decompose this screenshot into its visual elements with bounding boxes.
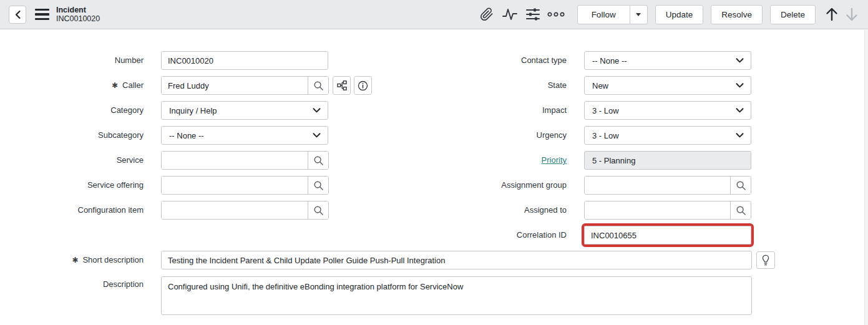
contact-type-select[interactable]: -- None --: [584, 51, 751, 70]
resolve-button[interactable]: Resolve: [711, 5, 763, 24]
assignment-group-input[interactable]: [585, 177, 730, 194]
incident-form-body: Number ✱Caller Category: [0, 30, 868, 325]
caret-down-icon: [636, 13, 641, 16]
follow-button[interactable]: Follow: [577, 5, 630, 24]
assigned-to-input[interactable]: [585, 201, 730, 219]
info-icon: [358, 80, 368, 91]
record-title: Incident INC0010020: [56, 6, 100, 24]
configuration-item-label: Configuration item: [0, 201, 144, 220]
urgency-select[interactable]: 3 - Low: [584, 126, 751, 145]
caller-hierarchy-button[interactable]: [333, 76, 351, 95]
chevron-left-icon: [14, 10, 21, 19]
priority-value: 5 - Planning: [592, 156, 635, 165]
chevron-down-icon: [736, 133, 744, 138]
correlation-id-input[interactable]: [584, 226, 751, 245]
description-textarea[interactable]: Configured using Unifi, the definitive e…: [161, 276, 752, 315]
follow-dropdown-button[interactable]: [630, 5, 648, 24]
service-offering-label: Service offering: [0, 176, 144, 195]
search-icon: [313, 205, 324, 216]
category-select[interactable]: Inquiry / Help: [161, 101, 328, 120]
urgency-value: 3 - Low: [592, 131, 736, 140]
more-options-button[interactable]: [547, 5, 565, 24]
chevron-down-icon: [313, 133, 321, 138]
hierarchy-icon: [337, 80, 347, 90]
caller-input[interactable]: [162, 77, 308, 94]
number-input[interactable]: [161, 51, 328, 70]
impact-select[interactable]: 3 - Low: [584, 101, 751, 120]
subcategory-select[interactable]: -- None --: [161, 126, 328, 145]
category-value: Inquiry / Help: [169, 106, 313, 115]
impact-value: 3 - Low: [592, 106, 736, 115]
lightbulb-icon: [761, 255, 770, 266]
search-icon: [313, 155, 324, 166]
impact-label: Impact: [423, 101, 567, 120]
more-options-icon: [547, 12, 565, 17]
assigned-to-reference-field: [584, 201, 751, 220]
service-lookup-button[interactable]: [308, 152, 328, 169]
state-label: State: [423, 76, 567, 95]
caller-info-button[interactable]: [354, 76, 372, 95]
activity-stream-icon: [502, 8, 517, 21]
number-label: Number: [0, 51, 144, 70]
state-value: New: [592, 81, 736, 90]
previous-record-button[interactable]: [822, 4, 842, 24]
personalize-form-button[interactable]: [524, 5, 542, 24]
contact-type-value: -- None --: [592, 56, 736, 65]
short-description-input[interactable]: [161, 251, 752, 269]
service-offering-lookup-button[interactable]: [308, 177, 328, 194]
required-marker: ✱: [72, 256, 78, 264]
page-title: Incident: [56, 6, 100, 14]
required-marker: ✱: [112, 81, 118, 90]
form-header: Incident INC0010020 Fol: [0, 0, 868, 29]
personalize-form-icon: [525, 7, 540, 21]
category-label: Category: [0, 101, 144, 120]
contact-type-label: Contact type: [423, 51, 567, 70]
record-number: INC0010020: [56, 14, 100, 23]
priority-link[interactable]: Priority: [542, 155, 567, 165]
follow-split-button: Follow: [577, 5, 648, 24]
service-reference-field: [161, 151, 329, 170]
service-offering-reference-field: [161, 176, 329, 195]
priority-readonly-field: 5 - Planning: [584, 151, 751, 170]
caller-reference-field: [161, 76, 329, 95]
caller-label: ✱Caller: [0, 76, 144, 95]
chevron-down-icon: [736, 108, 744, 113]
assignment-group-label: Assignment group: [423, 176, 567, 195]
service-input[interactable]: [162, 152, 308, 169]
suggestion-button[interactable]: [756, 251, 775, 269]
caller-lookup-button[interactable]: [308, 77, 328, 94]
incident-form-screen: Incident INC0010020 Fol: [0, 0, 868, 325]
arrow-up-icon: [825, 7, 839, 22]
state-select[interactable]: New: [584, 76, 751, 95]
assigned-to-label: Assigned to: [423, 201, 567, 220]
short-description-label: ✱Short description: [0, 251, 144, 269]
service-label: Service: [0, 151, 144, 170]
context-menu-icon[interactable]: [35, 9, 49, 21]
assigned-to-lookup-button[interactable]: [730, 201, 751, 219]
vertical-scrollbar[interactable]: [864, 30, 868, 325]
subcategory-label: Subcategory: [0, 126, 144, 145]
configuration-item-lookup-button[interactable]: [308, 201, 328, 219]
search-icon: [736, 180, 746, 191]
search-icon: [736, 205, 746, 216]
service-offering-input[interactable]: [162, 177, 308, 194]
search-icon: [313, 80, 324, 91]
search-icon: [313, 180, 324, 191]
assignment-group-lookup-button[interactable]: [730, 177, 751, 194]
delete-button[interactable]: Delete: [770, 5, 816, 24]
chevron-down-icon: [736, 58, 744, 63]
update-button[interactable]: Update: [655, 5, 704, 24]
chevron-down-icon: [736, 83, 744, 88]
priority-label: Priority: [423, 151, 567, 170]
arrow-down-icon: [845, 7, 859, 22]
assignment-group-reference-field: [584, 176, 751, 195]
configuration-item-input[interactable]: [162, 201, 308, 219]
subcategory-value: -- None --: [169, 131, 313, 140]
urgency-label: Urgency: [423, 126, 567, 145]
attachment-button[interactable]: [477, 5, 496, 24]
chevron-down-icon: [313, 108, 321, 113]
activity-stream-button[interactable]: [500, 5, 519, 24]
configuration-item-reference-field: [161, 201, 329, 220]
back-button[interactable]: [9, 6, 26, 24]
next-record-button[interactable]: [842, 4, 862, 24]
